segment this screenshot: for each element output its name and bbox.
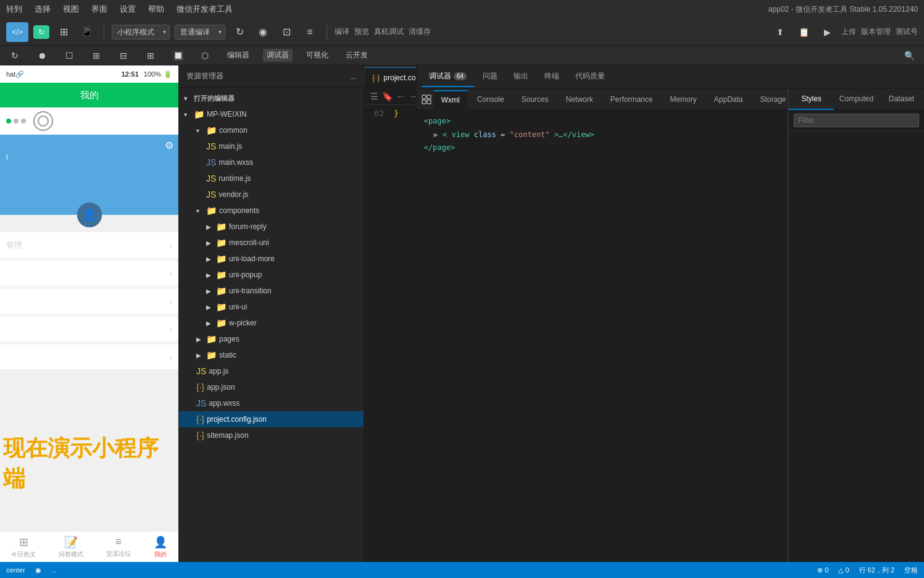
sub-tab-console[interactable]: Console — [470, 90, 512, 109]
device-button[interactable]: ⊡ — [277, 23, 296, 41]
filetree-more-icon[interactable]: ... — [350, 72, 356, 81]
sub-tab-sources[interactable]: Sources — [514, 90, 556, 109]
sub-tab-appdata[interactable]: AppData — [707, 90, 751, 109]
bottom-nav-mine[interactable]: 👤 我的 — [154, 535, 167, 559]
sub-tab-network[interactable]: Network — [559, 90, 601, 109]
breadcrumb-back-icon[interactable]: ← — [396, 91, 405, 101]
bottom-nav-forum[interactable]: ≡ 交流论坛 — [106, 535, 131, 558]
clear-button[interactable]: ≡ — [301, 23, 319, 41]
editor-code-area[interactable]: } — [389, 105, 416, 562]
tree-mainjs[interactable]: JS main.js — [179, 138, 364, 154]
record-button[interactable] — [33, 111, 53, 131]
toolbar2-label-visual[interactable]: 可视化 — [302, 49, 332, 62]
list-item-2[interactable]: › — [0, 261, 178, 287]
status-more-icon[interactable]: ... — [51, 566, 57, 574]
menu-goto[interactable]: 转到 — [6, 4, 22, 15]
devtools-tab-output[interactable]: 输出 — [506, 67, 536, 87]
styles-tab-styles[interactable]: Styles — [789, 89, 834, 110]
tree-project-config[interactable]: {·} project.config.json — [179, 411, 364, 427]
opened-editors-header[interactable]: ▾ 打开的编辑器 — [179, 90, 364, 106]
filter-input[interactable] — [794, 114, 919, 127]
devtools-tab-quality[interactable]: 代码质量 — [568, 67, 612, 87]
phone-button[interactable]: 📱 — [78, 23, 96, 41]
menu-devtools[interactable]: 微信开发者工具 — [177, 4, 233, 15]
menu-select[interactable]: 选择 — [35, 4, 51, 15]
sub-tab-performance[interactable]: Performance — [603, 90, 660, 109]
devtools-tab-terminal[interactable]: 终端 — [537, 67, 567, 87]
tree-appwxss[interactable]: JS app.wxss — [179, 395, 364, 411]
toolbar2-label-cloud[interactable]: 云开发 — [342, 49, 372, 62]
tree-static[interactable]: ▶ 📁 static — [179, 347, 364, 363]
tree-appjs[interactable]: JS app.js — [179, 363, 364, 379]
list-item-3[interactable]: › — [0, 289, 178, 314]
tree-mescroll[interactable]: ▶ 📁 mescroll-uni — [179, 235, 364, 251]
tree-forum-reply[interactable]: ▶ 📁 forum-reply — [179, 219, 364, 235]
pages-label: pages — [219, 335, 239, 343]
breadcrumb-forward-icon[interactable]: → — [409, 91, 416, 101]
version-button[interactable]: 📋 — [794, 23, 813, 41]
toolbar2-icon-record[interactable]: ⏺ — [33, 47, 51, 64]
bottom-nav-news[interactable]: ⊞ 今日热文 — [11, 535, 36, 559]
tree-uni-popup[interactable]: ▶ 📁 uni-popup — [179, 267, 364, 283]
view-arrow[interactable]: ▶ — [434, 130, 443, 139]
mode-select[interactable]: 小程序模式 — [112, 25, 170, 40]
toolbar2-icon-grid[interactable]: ⊞ — [88, 47, 105, 64]
status-eye-icon[interactable]: ◉ — [35, 566, 41, 574]
toolbar2-icon-refresh[interactable]: ↻ — [6, 47, 23, 64]
inspector-icon[interactable] — [422, 91, 431, 108]
tree-uni-load-more[interactable]: ▶ 📁 uni-load-more — [179, 251, 364, 267]
mescroll-icon: 📁 — [216, 238, 227, 248]
toolbar-right: ⬆ 📋 ▶ 上传 版本管理 测试号 — [771, 23, 918, 41]
tree-uni-ui[interactable]: ▶ 📁 uni-ui — [179, 299, 364, 315]
tree-appjson[interactable]: {·} app.json — [179, 379, 364, 395]
menu-help[interactable]: 帮助 — [148, 4, 164, 15]
page-close-tag: </page> — [424, 143, 456, 152]
styles-tab-dataset[interactable]: Dataset — [879, 89, 924, 110]
toolbar2-icon-layout[interactable]: ⊟ — [115, 47, 132, 64]
list-item-5[interactable]: › — [0, 345, 178, 370]
reload-button[interactable]: ↻ — [230, 23, 249, 41]
tree-mainwxss[interactable]: JS main.wxss — [179, 154, 364, 170]
menu-settings[interactable]: 设置 — [120, 4, 136, 15]
root-folder[interactable]: ▾ 📁 MP-WEIXIN — [179, 106, 364, 122]
toolbar2-label-editor[interactable]: 编辑器 — [223, 49, 253, 62]
tree-w-picker[interactable]: ▶ 📁 w-picker — [179, 315, 364, 331]
toolbar2-search-icon[interactable]: 🔍 — [901, 47, 918, 64]
sub-tab-storage[interactable]: Storage — [752, 90, 788, 109]
tab-project-config[interactable]: {·} project.config.json × — [364, 67, 416, 87]
bottom-nav-qa[interactable]: 📝 问答模式 — [59, 535, 83, 559]
grid-button[interactable]: ⊞ — [54, 23, 73, 41]
sub-tab-memory[interactable]: Memory — [662, 90, 704, 109]
menu-interface[interactable]: 界面 — [91, 4, 107, 15]
tree-pages[interactable]: ▶ 📁 pages — [179, 331, 364, 347]
list-item-1[interactable]: 管理 › — [0, 232, 178, 259]
toolbar2-label-debugger[interactable]: 调试器 — [263, 49, 293, 62]
upload-button[interactable]: ⬆ — [771, 23, 789, 41]
tree-runtimejs[interactable]: JS runtime.js — [179, 170, 364, 186]
styles-tab-computed[interactable]: Computed — [834, 89, 879, 110]
devtools-tab-issues[interactable]: 问题 — [475, 67, 505, 87]
tree-vendorjs[interactable]: JS vendor.js — [179, 186, 364, 203]
toolbar2-icon-columns[interactable]: ⊞ — [142, 47, 159, 64]
toolbar2-icon-pages[interactable]: ⬡ — [196, 47, 214, 64]
sub-tab-wxml[interactable]: Wxml — [434, 90, 467, 109]
gear-icon[interactable]: ⚙ — [165, 140, 173, 151]
toolbar2-icon-search[interactable]: 🔲 — [169, 47, 186, 64]
mode-select-wrap[interactable]: 小程序模式 — [112, 25, 170, 40]
menu-view[interactable]: 视图 — [63, 4, 79, 15]
preview-button[interactable]: ◉ — [254, 23, 272, 41]
test-button[interactable]: ▶ — [818, 23, 836, 41]
compile-select[interactable]: 普通编译 — [175, 25, 225, 40]
tree-components[interactable]: ▾ 📁 components — [179, 203, 364, 219]
compile-select-wrap[interactable]: 普通编译 — [175, 25, 225, 40]
toolbar2-icon-phone[interactable]: ☐ — [60, 47, 78, 64]
breadcrumb-bookmark-icon[interactable]: 🔖 — [382, 91, 393, 101]
green-button[interactable]: ↻ — [33, 25, 49, 39]
list-item-4[interactable]: › — [0, 317, 178, 342]
code-button[interactable]: </> — [6, 22, 28, 42]
breadcrumb-menu-icon[interactable]: ☰ — [370, 91, 378, 101]
tree-common[interactable]: ▾ 📁 common — [179, 122, 364, 138]
tree-uni-transition[interactable]: ▶ 📁 uni-transition — [179, 283, 364, 299]
tree-sitemap[interactable]: {·} sitemap.json — [179, 427, 364, 443]
devtools-tab-debugger[interactable]: 调试器 64 — [422, 67, 474, 87]
